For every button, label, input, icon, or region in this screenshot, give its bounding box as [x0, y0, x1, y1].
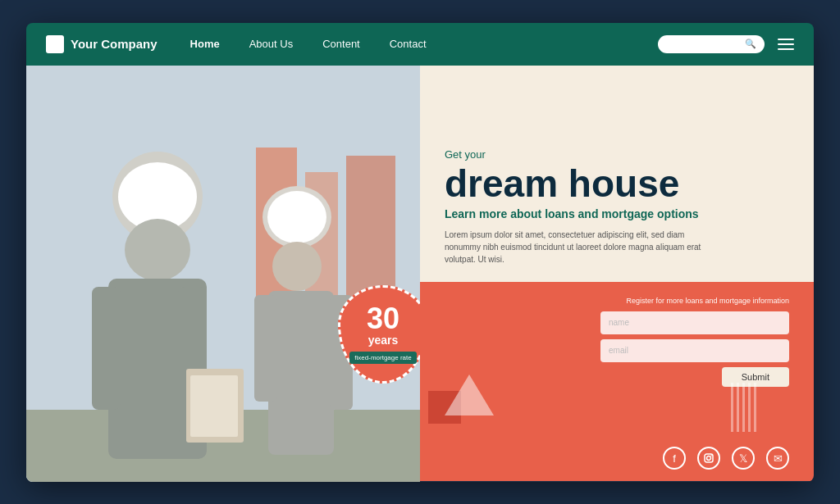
svg-point-7 [125, 219, 190, 281]
svg-point-20 [707, 456, 711, 461]
logo-area[interactable]: Your Company [46, 35, 158, 53]
svg-rect-9 [92, 287, 121, 410]
search-icon: 🔍 [745, 39, 756, 49]
search-bar[interactable]: 🔍 [658, 35, 765, 53]
register-label: Register for more loans and mortgage inf… [445, 297, 789, 305]
tagline-sub: Learn more about loans and mortgage opti… [445, 207, 789, 220]
hero-bottom: Register for more loans and mortgage inf… [420, 282, 814, 482]
nav-link-contact[interactable]: Contact [390, 38, 427, 50]
badge-subtitle: fixed-mortgage rate [349, 352, 416, 364]
badge-years: years [368, 334, 399, 347]
navbar: Your Company Home About Us Content Conta… [26, 23, 814, 66]
tagline-prefix: Get your [445, 148, 789, 161]
svg-rect-14 [268, 291, 334, 455]
nav-link-content[interactable]: Content [322, 38, 360, 50]
hero-image [26, 66, 420, 482]
hero-section: 30 years fixed-mortgage rate Get your dr… [26, 66, 814, 482]
logo-text: Your Company [71, 37, 158, 51]
tagline-description: Lorem ipsum dolor sit amet, consectetuer… [445, 229, 707, 266]
logo-icon [46, 35, 64, 53]
svg-rect-18 [190, 375, 238, 437]
social-icons: f 𝕏 ✉ [663, 447, 789, 470]
instagram-icon[interactable] [697, 447, 720, 470]
nav-link-about[interactable]: About Us [249, 38, 293, 50]
search-input[interactable] [666, 39, 740, 50]
svg-point-21 [710, 456, 712, 457]
tagline-main: dream house [445, 164, 789, 203]
hero-photo: 30 years fixed-mortgage rate [26, 66, 420, 482]
facebook-icon[interactable]: f [663, 447, 686, 470]
email-icon[interactable]: ✉ [766, 447, 789, 470]
browser-window: Your Company Home About Us Content Conta… [26, 23, 814, 482]
deco-triangle [445, 375, 494, 415]
badge-number: 30 [367, 304, 399, 334]
hamburger-menu[interactable] [778, 39, 794, 50]
svg-point-13 [272, 242, 322, 291]
twitter-icon[interactable]: 𝕏 [732, 447, 755, 470]
nav-link-home[interactable]: Home [190, 38, 220, 50]
nav-links: Home About Us Content Contact [190, 38, 625, 50]
name-input[interactable] [600, 311, 789, 334]
hero-top: Get your dream house Learn more about lo… [420, 66, 814, 282]
svg-rect-15 [254, 295, 277, 402]
svg-point-12 [267, 191, 326, 243]
nav-right: 🔍 [658, 35, 794, 53]
hero-content: Get your dream house Learn more about lo… [420, 66, 814, 482]
deco-lines [731, 383, 756, 432]
email-input[interactable] [600, 339, 789, 362]
